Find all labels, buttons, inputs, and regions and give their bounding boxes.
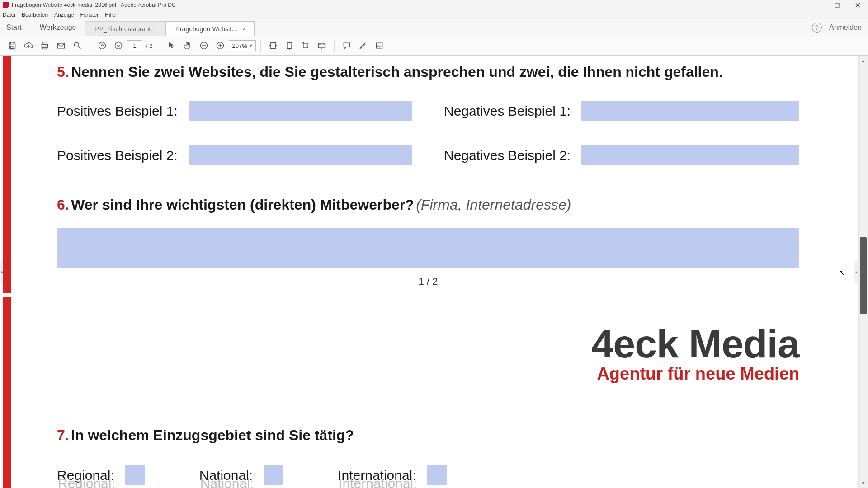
svg-rect-9 <box>58 43 65 48</box>
question-5-title: Nennen Sie zwei Websites, die Sie gestal… <box>71 64 723 80</box>
pdf-page-2: 4eck Media Agentur für neue Medien 7. In… <box>3 297 854 488</box>
svg-point-13 <box>115 42 122 49</box>
question-7: 7. In welchem Einzugsgebiet sind Sie tät… <box>57 427 799 485</box>
help-icon[interactable]: ? <box>812 23 822 33</box>
menubar: Datei Bearbeiten Anzeige Fenster Hilfe <box>0 10 868 19</box>
window-close-button[interactable] <box>847 0 868 10</box>
svg-rect-5 <box>11 46 14 49</box>
svg-rect-4 <box>11 42 14 44</box>
question-6: 6. Wer sind Ihre wichtigsten (direkten) … <box>57 197 799 268</box>
signature-icon[interactable] <box>372 38 387 53</box>
home-tab[interactable]: Start <box>0 23 31 32</box>
document-tab-2[interactable]: Fragebogen-Websit… × <box>165 21 255 36</box>
international-checkbox[interactable] <box>427 465 447 485</box>
page-up-icon[interactable] <box>94 38 110 53</box>
page-down-icon[interactable] <box>111 38 126 53</box>
competitors-field[interactable] <box>57 228 799 268</box>
page-footer: 1 / 2 <box>419 276 438 287</box>
search-icon[interactable] <box>70 38 85 53</box>
positive-example-2-label: Positives Beispiel 2: <box>57 148 178 163</box>
toolbar: / 2 207% ▼ <box>0 36 868 56</box>
scroll-thumb[interactable] <box>860 237 867 314</box>
svg-rect-19 <box>271 42 276 48</box>
window-minimize-button[interactable] <box>806 0 826 10</box>
comment-icon[interactable] <box>339 38 354 53</box>
menu-datei[interactable]: Datei <box>3 12 15 18</box>
page-number-input[interactable] <box>127 40 142 51</box>
question-5-number: 5. <box>57 64 69 80</box>
zoom-select[interactable]: 207% ▼ <box>229 40 256 51</box>
negative-example-2-field[interactable] <box>581 145 799 165</box>
positive-example-2-field[interactable] <box>189 145 412 165</box>
svg-point-12 <box>99 42 106 49</box>
window-maximize-button[interactable] <box>826 0 847 10</box>
cloud-upload-icon[interactable] <box>21 38 36 53</box>
fit-width-icon[interactable] <box>265 38 281 53</box>
svg-rect-1 <box>835 3 839 7</box>
svg-point-10 <box>74 42 79 47</box>
question-6-title: Wer sind Ihre wichtigsten (direkten) Mit… <box>71 197 414 213</box>
svg-rect-6 <box>42 42 47 45</box>
menu-bearbeiten[interactable]: Bearbeiten <box>22 12 48 18</box>
butterfly-watermark-icon <box>15 479 52 488</box>
save-icon[interactable] <box>5 38 20 53</box>
question-7-title: In welchem Einzugsgebiet sind Sie tätig? <box>71 427 354 443</box>
scroll-track[interactable] <box>859 66 868 478</box>
tabsrow: Start Werkzeuge PP_Fischrestaurant… Frag… <box>0 19 868 36</box>
selection-arrow-icon[interactable] <box>164 38 179 53</box>
hand-tool-icon[interactable] <box>180 38 195 53</box>
read-mode-icon[interactable] <box>314 38 330 53</box>
positive-example-1-field[interactable] <box>189 101 412 121</box>
scroll-down-arrow-icon[interactable]: ▼ <box>859 478 868 488</box>
negative-example-2-label: Negatives Beispiel 2: <box>444 148 571 163</box>
scroll-up-arrow-icon[interactable]: ▲ <box>859 56 868 66</box>
document-tab-2-label: Fragebogen-Websit… <box>176 25 238 33</box>
page-count-label: / 2 <box>143 42 154 49</box>
right-panel-handle[interactable]: ◂ <box>854 261 858 283</box>
signin-button[interactable]: Anmelden <box>829 23 862 32</box>
question-6-number: 6. <box>57 197 69 213</box>
document-tab-1[interactable]: PP_Fischrestaurant… <box>85 21 165 36</box>
positive-example-1-label: Positives Beispiel 1: <box>57 103 178 119</box>
titlebar: Fragebogen-Website-4eck-media_2016.pdf -… <box>0 0 868 10</box>
menu-fenster[interactable]: Fenster <box>80 12 99 18</box>
menu-hilfe[interactable]: Hilfe <box>105 12 116 18</box>
print-icon[interactable] <box>37 38 52 53</box>
vertical-scrollbar[interactable]: ▲ ▼ <box>858 56 868 488</box>
fit-page-icon[interactable] <box>282 38 297 53</box>
question-5: 5. Nennen Sie zwei Websites, die Sie ges… <box>57 64 799 165</box>
tools-tab[interactable]: Werkzeuge <box>31 23 85 32</box>
document-tab-1-label: PP_Fischrestaurant… <box>95 25 157 33</box>
menu-anzeige[interactable]: Anzeige <box>54 12 74 18</box>
rotate-icon[interactable] <box>298 38 313 53</box>
svg-rect-20 <box>287 42 292 48</box>
question-7-number: 7. <box>57 427 69 443</box>
negative-example-1-field[interactable] <box>581 101 799 121</box>
acrobat-logo-icon <box>3 2 9 8</box>
pdf-page-1: 5. Nennen Sie zwei Websites, die Sie ges… <box>3 56 854 293</box>
international-label: International: <box>338 468 416 483</box>
page-red-sidebar <box>3 297 11 488</box>
national-label: National: <box>199 468 253 483</box>
regional-checkbox[interactable] <box>125 465 145 485</box>
document-viewport: ▸ 5. Nennen Sie zwei Websites, die Sie g… <box>0 56 868 488</box>
zoom-value: 207% <box>232 42 247 49</box>
negative-example-1-label: Negatives Beispiel 1: <box>444 103 571 119</box>
highlight-icon[interactable] <box>355 38 371 53</box>
svg-line-11 <box>79 47 81 49</box>
brand-logo: 4eck Media Agentur für neue Medien <box>591 326 799 384</box>
brand-sub-text: Agentur für neue Medien <box>591 364 799 384</box>
window-title: Fragebogen-Website-4eck-media_2016.pdf -… <box>12 2 176 8</box>
zoom-out-icon[interactable] <box>196 38 212 53</box>
document-tab-2-close-icon[interactable]: × <box>238 25 246 33</box>
page-red-sidebar <box>3 56 11 293</box>
mail-icon[interactable] <box>53 38 69 53</box>
national-checkbox[interactable] <box>264 465 283 485</box>
question-6-hint: (Firma, Internetadresse) <box>416 197 571 213</box>
chevron-down-icon: ▼ <box>249 43 253 48</box>
svg-rect-8 <box>43 47 47 49</box>
zoom-in-icon[interactable] <box>212 38 228 53</box>
svg-rect-21 <box>303 43 308 48</box>
brand-main-text: 4eck Media <box>591 326 799 361</box>
regional-label: Regional: <box>57 468 114 483</box>
